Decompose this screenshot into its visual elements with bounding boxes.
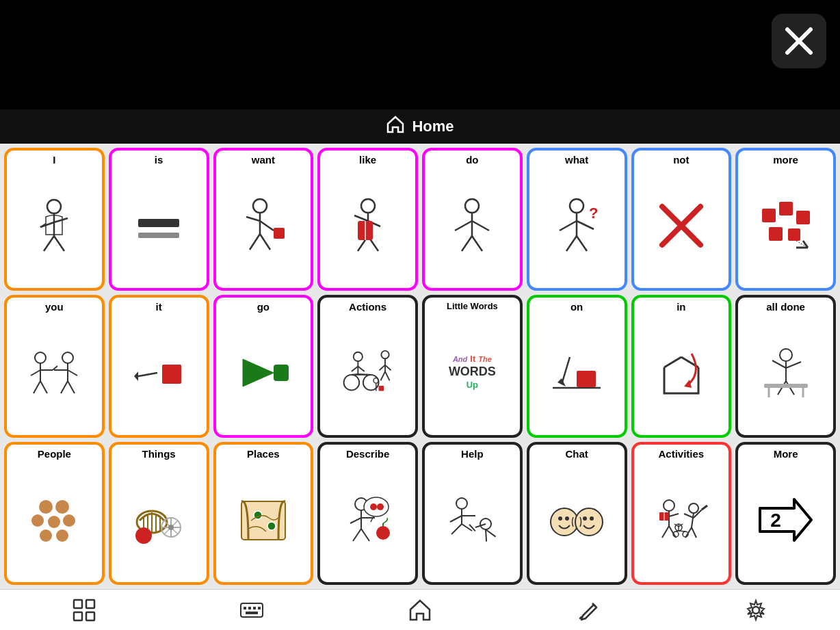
svg-line-127 — [353, 529, 361, 541]
card-things[interactable]: Things — [109, 442, 209, 585]
close-button[interactable] — [772, 14, 826, 68]
svg-point-11 — [253, 199, 267, 213]
svg-rect-10 — [138, 233, 179, 238]
card-not[interactable]: not — [631, 148, 732, 291]
svg-line-81 — [381, 371, 386, 380]
svg-point-188 — [752, 607, 759, 614]
pencil-button[interactable] — [568, 593, 609, 627]
svg-rect-180 — [86, 612, 94, 620]
svg-line-37 — [577, 221, 594, 229]
svg-line-76 — [358, 374, 371, 375]
svg-line-163 — [685, 527, 692, 538]
svg-text:2: 2 — [770, 510, 781, 531]
svg-rect-99 — [764, 384, 808, 388]
svg-rect-41 — [762, 209, 776, 222]
svg-line-62 — [138, 373, 157, 376]
card-in[interactable]: in — [631, 295, 732, 438]
card-little-words[interactable]: Little Words And It The WORDS Up — [422, 295, 523, 438]
card-people[interactable]: People — [4, 442, 105, 585]
svg-rect-177 — [74, 600, 82, 608]
svg-point-105 — [48, 516, 60, 528]
svg-point-26 — [465, 199, 479, 213]
svg-line-158 — [669, 514, 679, 516]
card-chat[interactable]: Chat — [527, 442, 627, 585]
svg-rect-186 — [246, 612, 258, 614]
svg-line-14 — [260, 234, 270, 250]
svg-line-34 — [566, 236, 577, 251]
top-bar — [0, 0, 840, 109]
card-actions[interactable]: Actions — [317, 295, 418, 438]
svg-point-2 — [47, 200, 61, 213]
card-go[interactable]: go — [213, 295, 314, 438]
svg-line-31 — [472, 221, 489, 231]
card-all-done[interactable]: all done — [735, 295, 836, 438]
svg-line-88 — [562, 357, 570, 384]
svg-text:?: ? — [589, 205, 598, 222]
home-icon — [386, 115, 405, 138]
card-help[interactable]: Help — [422, 442, 523, 585]
svg-point-67 — [354, 352, 363, 361]
card-is[interactable]: is — [109, 148, 209, 291]
svg-marker-89 — [557, 378, 566, 386]
svg-line-162 — [692, 513, 694, 527]
svg-rect-44 — [769, 227, 783, 241]
header-bar: Home — [0, 109, 840, 144]
card-activities[interactable]: Activities — [631, 442, 732, 585]
svg-line-75 — [352, 374, 358, 375]
card-places[interactable]: Places — [213, 442, 314, 585]
svg-line-69 — [352, 366, 358, 371]
settings-button[interactable] — [735, 593, 776, 627]
card-I[interactable]: I — [4, 148, 105, 291]
header-title: Home — [412, 118, 454, 135]
symbol-grid: I is — [0, 144, 840, 589]
svg-rect-45 — [788, 228, 800, 241]
svg-point-77 — [381, 351, 389, 358]
svg-line-30 — [455, 221, 472, 231]
svg-line-13 — [250, 234, 260, 250]
svg-point-108 — [56, 529, 68, 542]
svg-rect-179 — [74, 612, 82, 620]
svg-line-167 — [702, 506, 707, 510]
card-on[interactable]: on — [527, 295, 627, 438]
svg-line-155 — [662, 526, 669, 538]
svg-point-107 — [40, 529, 52, 542]
card-want[interactable]: want — [213, 148, 314, 291]
svg-rect-64 — [162, 365, 181, 384]
svg-rect-184 — [253, 607, 256, 609]
svg-line-98 — [786, 362, 801, 368]
svg-point-49 — [35, 352, 46, 363]
svg-line-59 — [68, 381, 75, 393]
card-what[interactable]: what ? — [527, 148, 627, 291]
card-like[interactable]: like — [317, 148, 418, 291]
svg-line-79 — [380, 365, 386, 370]
card-more[interactable]: more — [735, 148, 836, 291]
card-more-page[interactable]: More 2 — [735, 442, 836, 585]
card-you[interactable]: you — [4, 295, 105, 438]
svg-line-53 — [31, 370, 40, 376]
svg-line-29 — [472, 236, 482, 251]
card-describe[interactable]: Describe — [317, 442, 418, 585]
svg-point-104 — [31, 514, 44, 527]
svg-line-8 — [54, 218, 68, 222]
svg-point-93 — [780, 349, 792, 361]
svg-point-153 — [664, 500, 674, 511]
svg-point-56 — [62, 352, 73, 363]
svg-point-148 — [558, 516, 562, 521]
svg-rect-85 — [379, 386, 384, 391]
home-toolbar-button[interactable] — [399, 593, 441, 627]
svg-point-115 — [135, 527, 152, 544]
svg-line-15 — [260, 221, 274, 231]
svg-point-161 — [689, 503, 698, 513]
svg-line-28 — [462, 236, 472, 251]
keyboard-button[interactable] — [231, 593, 272, 627]
card-do[interactable]: do — [422, 148, 523, 291]
svg-point-136 — [456, 498, 467, 509]
card-it[interactable]: it — [109, 295, 209, 438]
svg-point-71 — [344, 375, 360, 391]
svg-rect-87 — [577, 371, 596, 387]
svg-line-90 — [664, 357, 681, 367]
svg-line-129 — [350, 518, 361, 523]
svg-point-124 — [267, 522, 276, 530]
grid-view-button[interactable] — [64, 593, 105, 627]
svg-point-147 — [551, 508, 578, 536]
